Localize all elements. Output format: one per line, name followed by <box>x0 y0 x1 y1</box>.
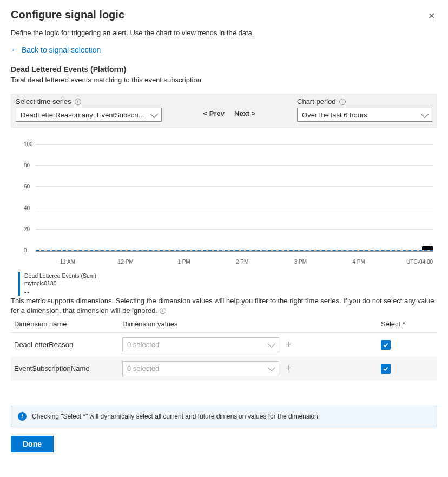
dimension-name-cell: DeadLetterReason <box>11 332 119 357</box>
dimensions-note: This metric supports dimensions. Selecti… <box>11 297 434 315</box>
time-series-value: DeadLetterReason:any; EventSubscri... <box>21 111 144 119</box>
col-dimension-name: Dimension name <box>11 316 119 333</box>
col-dimension-values: Dimension values <box>119 316 378 333</box>
chart-xtick: 1 PM <box>177 259 190 265</box>
chevron-down-icon <box>150 110 158 117</box>
legend-value: -- <box>24 288 96 296</box>
chart-xaxis <box>36 251 433 252</box>
chevron-down-icon <box>421 110 429 117</box>
dimension-values-placeholder: 0 selected <box>127 341 159 349</box>
time-series-label: Select time series <box>16 97 71 106</box>
chart-ytick: 80 <box>24 162 30 168</box>
signal-name: Dead Lettered Events (Platform) <box>11 65 437 74</box>
chart-ytick: 0 <box>24 247 27 253</box>
chart-ytick: 20 <box>24 226 30 232</box>
chart-latest-marker <box>422 246 433 250</box>
chart-xtick: 12 PM <box>118 259 134 265</box>
chart-ytick: 100 <box>24 141 33 147</box>
info-icon[interactable]: i <box>75 99 81 105</box>
info-icon[interactable]: i <box>339 99 346 105</box>
chart-xtick: 11 AM <box>60 259 75 265</box>
back-link-label: Back to signal selection <box>22 45 101 54</box>
chart-period-label: Chart period <box>297 97 336 106</box>
back-to-signal-selection-link[interactable]: ← Back to signal selection <box>11 45 101 54</box>
add-dimension-value-button[interactable]: + <box>286 363 292 374</box>
close-icon[interactable]: ✕ <box>426 9 437 23</box>
chart-ytick: 60 <box>24 184 30 190</box>
page-subtitle: Define the logic for triggering an alert… <box>11 29 437 37</box>
chart-gridline <box>36 208 433 208</box>
select-all-checkbox[interactable] <box>381 340 391 350</box>
page-title: Configure signal logic <box>11 9 124 21</box>
chart-ytick: 40 <box>24 205 30 211</box>
chart-period-value: Over the last 6 hours <box>302 111 367 119</box>
add-dimension-value-button[interactable]: + <box>286 339 292 350</box>
arrow-left-icon: ← <box>11 45 18 54</box>
chart-period-dropdown[interactable]: Over the last 6 hours <box>297 108 432 122</box>
dimension-name-cell: EventSubscriptionName <box>11 357 119 381</box>
chart-gridline <box>36 144 433 145</box>
legend-color-bar <box>18 272 20 296</box>
info-icon[interactable]: i <box>160 308 166 314</box>
chart-gridline <box>36 229 433 230</box>
legend-resource: mytopic0130 <box>24 279 96 287</box>
info-banner-text: Checking "Select *" will dynamically sel… <box>32 413 320 420</box>
next-button[interactable]: Next > <box>234 109 255 117</box>
dimensions-table: Dimension name Dimension values Select *… <box>11 316 437 381</box>
time-series-dropdown[interactable]: DeadLetterReason:any; EventSubscri... <box>16 108 162 122</box>
dimension-values-placeholder: 0 selected <box>127 364 159 373</box>
chart-gridline <box>36 186 433 187</box>
chart-timezone: UTC-04:00 <box>406 259 433 265</box>
info-banner: i Checking "Select *" will dynamically s… <box>11 406 437 427</box>
legend-series-name: Dead Lettered Events (Sum) <box>24 272 96 279</box>
chart: 020406080100 11 AM12 PM1 PM2 PM3 PM4 PMU… <box>11 135 437 296</box>
chart-gridline <box>36 165 433 166</box>
prev-button[interactable]: < Prev <box>203 109 225 117</box>
chart-xtick: 4 PM <box>352 259 365 265</box>
signal-description: Total dead lettered events matching to t… <box>11 76 437 84</box>
done-button[interactable]: Done <box>11 436 54 452</box>
dimension-values-dropdown[interactable]: 0 selected <box>122 337 279 352</box>
table-row: EventSubscriptionName0 selected+ <box>11 357 437 381</box>
table-row: DeadLetterReason0 selected+ <box>11 332 437 357</box>
col-select-all: Select * <box>378 316 437 333</box>
controls-bar: Select time series i DeadLetterReason:an… <box>11 94 437 128</box>
chevron-down-icon <box>268 364 275 371</box>
dimension-values-dropdown[interactable]: 0 selected <box>122 361 279 376</box>
select-all-checkbox[interactable] <box>381 364 391 374</box>
chart-legend: Dead Lettered Events (Sum) mytopic0130 -… <box>18 272 435 296</box>
chevron-down-icon <box>268 340 275 348</box>
chart-xtick: 3 PM <box>294 259 307 265</box>
chart-xtick: 2 PM <box>236 259 248 265</box>
info-icon: i <box>18 412 27 421</box>
